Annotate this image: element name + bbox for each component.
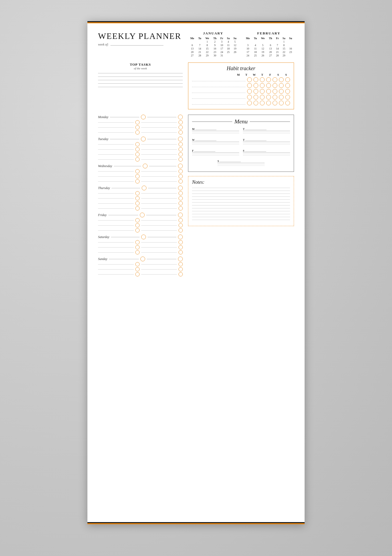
- monday-label: Monday: [98, 115, 108, 119]
- menu-grid: M T W: [192, 128, 290, 158]
- saturday-block: Saturday: [98, 235, 183, 254]
- menu-saturday: S: [243, 149, 290, 156]
- page-content: Weekly Planner week of: JANUARY Mo Tu: [87, 23, 305, 292]
- monday-row-1: [98, 120, 183, 124]
- saturday-header: Saturday: [98, 235, 183, 239]
- task-line-3: [98, 80, 183, 80]
- tuesday-block: Tuesday: [98, 137, 183, 162]
- sunday-header: Sunday: [98, 257, 183, 261]
- top-tasks-subtitle: of the week: [98, 67, 183, 70]
- menu-title: Menu: [192, 118, 290, 125]
- tuesday-circle-header[interactable]: [141, 137, 146, 141]
- menu-sunday: S: [217, 160, 265, 167]
- wednesday-label: Wednesday: [98, 164, 112, 168]
- monday-circle-header[interactable]: [141, 115, 146, 119]
- thursday-block: Thursday: [98, 186, 183, 210]
- middle-section: TOP TASKS of the week Habit tracker M T …: [98, 62, 294, 109]
- friday-label: Friday: [98, 213, 107, 217]
- monday-block: Monday: [98, 115, 183, 134]
- tuesday-label: Tuesday: [98, 137, 108, 141]
- menu-friday: F: [192, 149, 239, 156]
- page-title: Weekly Planner: [98, 31, 183, 41]
- monday-row-2: [98, 125, 183, 129]
- top-tasks-title: TOP TASKS: [98, 62, 183, 67]
- tuesday-row-1: [98, 142, 183, 146]
- week-of-line: [110, 45, 163, 46]
- habit-row-5: [192, 101, 290, 105]
- sunday-label: Sunday: [98, 257, 107, 261]
- habit-circles-1: [247, 77, 290, 82]
- february-grid: Mo Tu We Th Fr Sa Su: [244, 37, 294, 57]
- top-tasks-section: TOP TASKS of the week: [98, 62, 183, 90]
- monday-row-3: [98, 130, 183, 134]
- friday-block: Friday: [98, 213, 183, 232]
- task-line-1: [98, 73, 183, 73]
- habit-header-row: M T W T F S S: [192, 73, 290, 76]
- january-calendar: JANUARY Mo Tu We Th Fr Sa Su: [188, 31, 238, 57]
- friday-header: Friday: [98, 213, 183, 217]
- menu-tuesday: T: [243, 128, 290, 135]
- wednesday-block: Wednesday: [98, 164, 183, 183]
- thursday-header: Thursday: [98, 186, 183, 190]
- january-grid: Mo Tu We Th Fr Sa Su: [188, 37, 238, 57]
- task-line-2: [98, 77, 183, 77]
- menu-monday: M: [192, 128, 239, 135]
- main-section: Monday: [98, 115, 294, 279]
- habit-row-2: [192, 83, 290, 88]
- notes-title: Notes:: [192, 180, 290, 185]
- february-calendar: FEBRUARY Mo Tu We Th Fr Sa Su: [244, 31, 294, 57]
- top-border: [87, 21, 305, 23]
- week-of-label: week of:: [98, 43, 183, 47]
- tuesday-header: Tuesday: [98, 137, 183, 141]
- monday-circle-header-2[interactable]: [178, 115, 183, 119]
- habit-row-1: [192, 77, 290, 82]
- sunday-block: Sunday: [98, 257, 183, 276]
- right-column: Menu M T: [188, 115, 294, 279]
- monday-header: Monday: [98, 115, 183, 119]
- menu-section: Menu M T: [188, 115, 294, 172]
- header-section: Weekly Planner week of: JANUARY Mo Tu: [98, 31, 294, 57]
- habit-tracker-title: Habit tracker: [192, 65, 290, 71]
- february-title: FEBRUARY: [244, 31, 294, 35]
- notes-section: Notes:: [188, 176, 294, 226]
- wednesday-header: Wednesday: [98, 164, 183, 168]
- title-area: Weekly Planner week of:: [98, 31, 183, 47]
- calendars-area: JANUARY Mo Tu We Th Fr Sa Su: [188, 31, 294, 57]
- january-title: JANUARY: [188, 31, 238, 35]
- task-line-4: [98, 83, 183, 84]
- saturday-label: Saturday: [98, 235, 109, 239]
- habit-row-3: [192, 89, 290, 94]
- thursday-label: Thursday: [98, 186, 110, 190]
- habit-tracker-section: Habit tracker M T W T F S S: [188, 62, 294, 109]
- days-column: Monday: [98, 115, 183, 279]
- bottom-border: [87, 522, 305, 524]
- weekly-planner-page: Weekly Planner week of: JANUARY Mo Tu: [87, 21, 305, 524]
- task-line-5: [98, 87, 183, 87]
- habit-row-4: [192, 95, 290, 100]
- title-text: Weekly Planner: [98, 31, 181, 41]
- menu-sunday-row: S: [192, 160, 290, 168]
- menu-wednesday: W: [192, 138, 239, 146]
- menu-thursday: T: [243, 138, 290, 146]
